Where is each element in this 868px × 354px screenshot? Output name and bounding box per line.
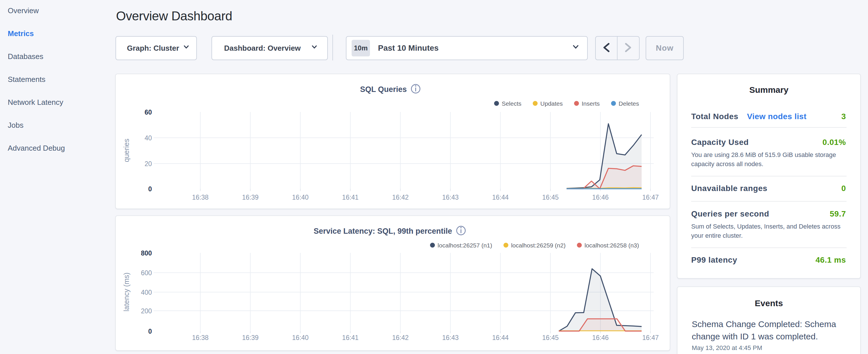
svg-text:Selects: Selects	[502, 100, 522, 107]
svg-text:localhost:26259 (n2): localhost:26259 (n2)	[511, 242, 565, 249]
svg-text:20: 20	[145, 160, 152, 167]
svg-text:Updates: Updates	[540, 100, 563, 107]
svg-text:60: 60	[145, 108, 152, 116]
svg-text:40: 40	[145, 134, 152, 142]
svg-text:16:39: 16:39	[242, 334, 259, 342]
svg-text:16:40: 16:40	[292, 194, 309, 201]
svg-text:16:45: 16:45	[542, 194, 559, 201]
svg-text:SQL Queries: SQL Queries	[360, 85, 407, 94]
svg-text:localhost:26258 (n3): localhost:26258 (n3)	[585, 242, 639, 249]
svg-text:queries: queries	[122, 139, 130, 162]
svg-text:0: 0	[148, 185, 152, 193]
svg-text:16:46: 16:46	[592, 194, 609, 201]
svg-text:Service Latency: SQL, 99th per: Service Latency: SQL, 99th percentile	[313, 227, 452, 235]
svg-text:16:46: 16:46	[592, 334, 609, 342]
svg-text:Deletes: Deletes	[619, 100, 639, 107]
svg-text:16:41: 16:41	[342, 194, 359, 201]
svg-text:16:40: 16:40	[292, 334, 309, 342]
svg-text:16:43: 16:43	[442, 194, 459, 201]
svg-text:400: 400	[141, 289, 152, 296]
svg-text:localhost:26257 (n1): localhost:26257 (n1)	[438, 242, 492, 249]
svg-text:16:44: 16:44	[492, 334, 509, 342]
svg-text:16:42: 16:42	[392, 334, 409, 342]
svg-text:16:38: 16:38	[192, 194, 209, 201]
svg-text:16:45: 16:45	[542, 334, 559, 342]
svg-text:800: 800	[141, 250, 152, 257]
svg-text:16:43: 16:43	[442, 334, 459, 342]
svg-text:16:38: 16:38	[192, 334, 209, 342]
svg-text:16:47: 16:47	[642, 334, 659, 342]
svg-text:Inserts: Inserts	[582, 100, 600, 107]
svg-text:16:42: 16:42	[392, 194, 409, 201]
svg-text:200: 200	[141, 307, 152, 315]
svg-text:16:41: 16:41	[342, 334, 359, 342]
svg-text:0: 0	[148, 328, 152, 335]
svg-text:600: 600	[141, 269, 152, 277]
svg-text:16:39: 16:39	[242, 194, 259, 201]
svg-text:16:47: 16:47	[642, 194, 659, 201]
svg-text:16:44: 16:44	[492, 194, 509, 201]
svg-text:latency (ms): latency (ms)	[122, 272, 130, 311]
